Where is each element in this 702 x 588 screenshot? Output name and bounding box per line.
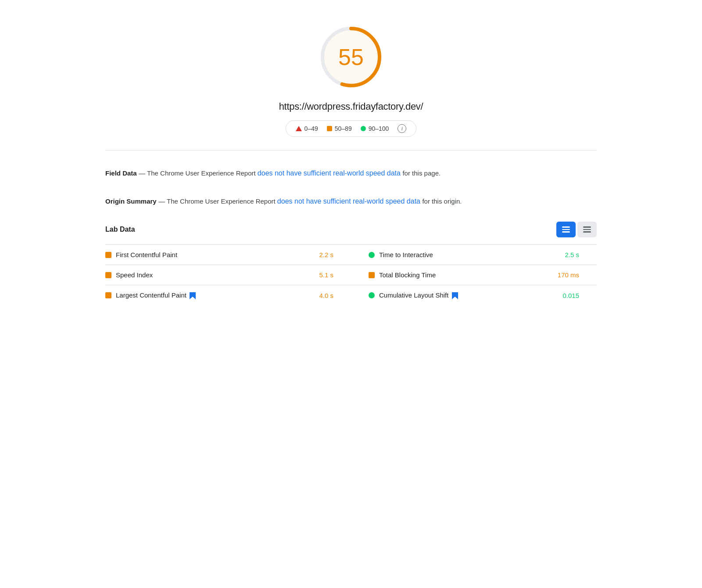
legend-range-average: 50–89	[335, 125, 352, 132]
lab-data-header: Lab Data	[105, 217, 597, 237]
metric-row-tti: Time to Interactive 2.5 s	[351, 244, 597, 265]
origin-summary-title: Origin Summary	[105, 197, 157, 205]
origin-summary-link[interactable]: does not have sufficient real-world spee…	[277, 197, 420, 205]
legend-range-pass: 90–100	[369, 125, 389, 132]
legend-item-pass: 90–100	[361, 125, 389, 132]
si-icon	[105, 272, 111, 278]
tti-icon	[369, 252, 375, 258]
origin-summary-section: Origin Summary — The Chrome User Experie…	[105, 189, 597, 217]
cls-value: 0.015	[562, 292, 597, 299]
list-lines-icon	[583, 226, 591, 233]
score-value: 55	[338, 44, 364, 70]
si-value: 5.1 s	[319, 271, 351, 279]
metrics-left-column: First Contentful Paint 2.2 s Speed Index…	[105, 244, 351, 305]
metrics-right-column: Time to Interactive 2.5 s Total Blocking…	[351, 244, 597, 305]
tti-label: Time to Interactive	[379, 251, 560, 258]
lcp-label: Largest Contentful Paint	[116, 291, 315, 299]
tbt-value: 170 ms	[558, 271, 597, 279]
divider	[105, 150, 597, 151]
metric-row-cls: Cumulative Layout Shift 0.015	[351, 285, 597, 305]
lab-data-title: Lab Data	[105, 226, 135, 233]
origin-summary-text-after: for this origin.	[422, 197, 462, 205]
si-label: Speed Index	[116, 271, 315, 279]
cls-bookmark-icon	[452, 292, 458, 299]
info-icon[interactable]: i	[398, 124, 406, 133]
fcp-icon	[105, 252, 111, 258]
lab-data-section: Lab Data Fir	[105, 217, 597, 305]
legend-item-fail: 0–49	[296, 125, 318, 132]
metric-row-fcp: First Contentful Paint 2.2 s	[105, 244, 351, 265]
field-data-link[interactable]: does not have sufficient real-world spee…	[258, 169, 401, 177]
lcp-value: 4.0 s	[319, 292, 351, 299]
field-data-section: Field Data — The Chrome User Experience …	[105, 161, 597, 189]
average-icon	[327, 126, 332, 131]
grid-lines-icon	[562, 226, 570, 233]
origin-summary-text-before: The Chrome User Experience Report	[167, 197, 277, 205]
score-url: https://wordpress.fridayfactory.dev/	[279, 101, 423, 112]
toggle-list-button[interactable]	[577, 222, 597, 237]
pass-icon	[361, 126, 366, 131]
lcp-bookmark-icon	[190, 292, 196, 299]
origin-summary-dash: —	[158, 197, 167, 205]
tti-value: 2.5 s	[565, 251, 597, 258]
field-data-title: Field Data	[105, 169, 137, 177]
lcp-icon	[105, 292, 111, 298]
cls-label: Cumulative Layout Shift	[379, 291, 558, 299]
fcp-label: First Contentful Paint	[116, 251, 315, 258]
score-section: 55 https://wordpress.fridayfactory.dev/ …	[105, 9, 597, 146]
cls-icon	[369, 292, 375, 298]
legend-item-average: 50–89	[327, 125, 352, 132]
metric-row-si: Speed Index 5.1 s	[105, 265, 351, 285]
tbt-icon	[369, 272, 375, 278]
legend-range-fail: 0–49	[304, 125, 318, 132]
view-toggle	[556, 222, 597, 237]
metric-row-lcp: Largest Contentful Paint 4.0 s	[105, 285, 351, 305]
fail-icon	[296, 126, 302, 131]
fcp-value: 2.2 s	[319, 251, 351, 258]
toggle-grid-button[interactable]	[556, 222, 576, 237]
field-data-dash: —	[139, 169, 147, 177]
metrics-grid: First Contentful Paint 2.2 s Speed Index…	[105, 244, 597, 305]
score-circle: 55	[316, 22, 386, 92]
score-legend: 0–49 50–89 90–100 i	[286, 120, 417, 137]
field-data-text-after: for this page.	[402, 169, 441, 177]
metric-row-tbt: Total Blocking Time 170 ms	[351, 265, 597, 285]
tbt-label: Total Blocking Time	[379, 271, 553, 279]
field-data-text-before: The Chrome User Experience Report	[147, 169, 258, 177]
